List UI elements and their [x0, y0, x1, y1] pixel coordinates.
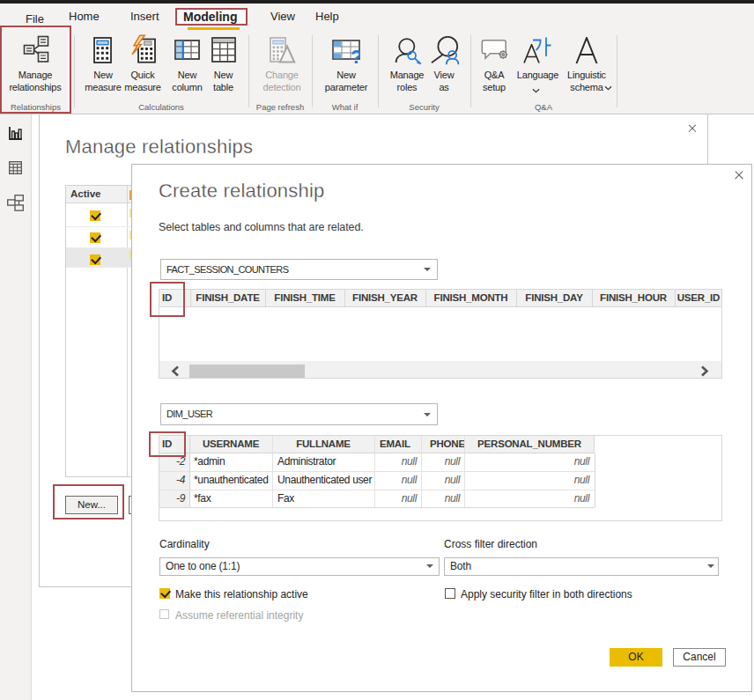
svg-text:?: ? [351, 46, 360, 64]
